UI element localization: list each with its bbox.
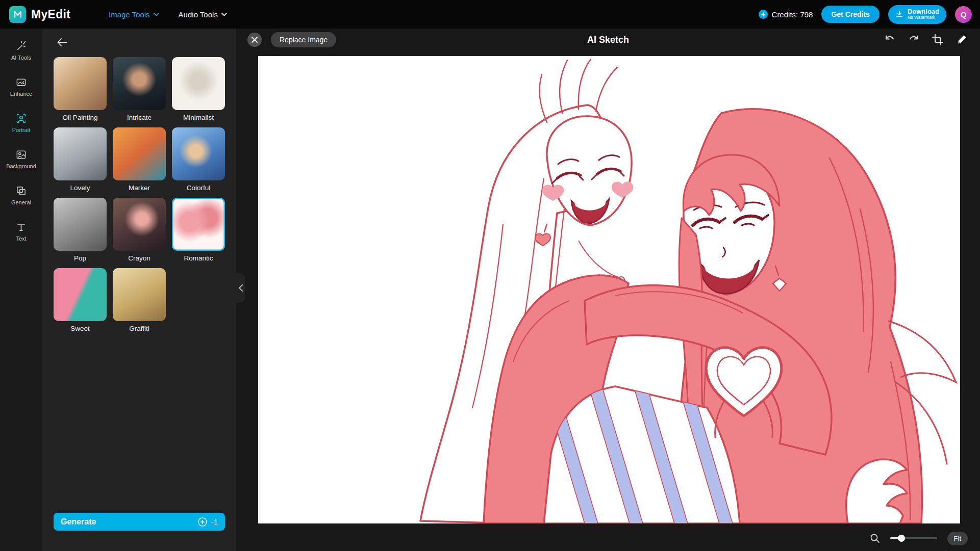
sketch-pen-icon <box>956 34 968 46</box>
style-thumbnail <box>113 268 166 321</box>
myedit-logo-icon[interactable] <box>9 6 26 23</box>
brand: MyEdit <box>9 6 70 23</box>
canvas-toolbar <box>883 33 969 47</box>
rail-item-general[interactable]: General <box>0 177 42 214</box>
style-thumbnail <box>172 198 225 251</box>
style-colorful[interactable]: Colorful <box>172 127 225 192</box>
back-arrow-icon <box>57 38 67 46</box>
ai-sketch-illustration <box>258 56 960 523</box>
style-label: Sweet <box>54 325 107 332</box>
style-thumbnail <box>172 127 225 180</box>
crop-icon <box>932 34 944 46</box>
wand-icon <box>16 41 27 51</box>
style-crayon[interactable]: Crayon <box>113 198 166 262</box>
style-panel: Oil Painting Intricate Minimalist Lovely… <box>42 29 236 551</box>
style-thumbnail <box>54 127 107 180</box>
text-icon <box>16 222 27 232</box>
style-label: Intricate <box>113 114 166 121</box>
style-label: Minimalist <box>172 114 225 121</box>
general-icon <box>16 186 27 196</box>
rail-item-background[interactable]: Background <box>0 141 42 177</box>
style-graffiti[interactable]: Graffiti <box>113 268 166 332</box>
style-thumbnail <box>54 268 107 321</box>
back-button[interactable] <box>55 35 70 50</box>
rail-label: Background <box>6 163 36 169</box>
portrait-icon <box>16 113 27 124</box>
generate-cost: -1 <box>211 517 218 526</box>
redo-icon <box>908 34 920 46</box>
fit-button[interactable]: Fit <box>947 532 968 545</box>
style-thumbnail <box>172 57 225 110</box>
style-thumbnail <box>54 57 107 110</box>
get-credits-button[interactable]: Get Credits <box>821 6 879 23</box>
style-label: Pop <box>54 254 107 262</box>
style-thumbnail <box>113 198 166 251</box>
nav-audio-tools-label: Audio Tools <box>179 10 218 19</box>
style-thumbnail <box>113 57 166 110</box>
style-sweet[interactable]: Sweet <box>54 268 107 332</box>
nav-image-tools[interactable]: Image Tools <box>109 10 159 19</box>
header-right: Credits: 798 Get Credits Download No Wat… <box>759 0 972 29</box>
style-marker[interactable]: Marker <box>113 127 166 192</box>
undo-button[interactable] <box>883 33 897 47</box>
style-oil-painting[interactable]: Oil Painting <box>54 57 107 121</box>
style-pop[interactable]: Pop <box>54 198 107 262</box>
download-button[interactable]: Download No Watermark <box>888 5 946 24</box>
rail-label: Portrait <box>12 127 30 133</box>
credits-icon <box>759 10 768 19</box>
chevron-down-icon <box>154 13 159 16</box>
style-label: Graffiti <box>113 325 166 332</box>
rail-label: Text <box>16 235 26 242</box>
zoom-bar: Fit <box>870 531 968 546</box>
rail-label: General <box>11 199 31 205</box>
credits[interactable]: Credits: 798 <box>759 10 813 19</box>
download-icon <box>895 10 903 18</box>
close-icon <box>252 37 258 43</box>
enhance-icon <box>16 77 27 88</box>
style-label: Lovely <box>54 184 107 192</box>
style-label: Romantic <box>172 254 225 262</box>
redo-button[interactable] <box>907 33 921 47</box>
rail-item-portrait[interactable]: Portrait <box>0 105 42 141</box>
nav-image-tools-label: Image Tools <box>109 10 150 19</box>
brand-name[interactable]: MyEdit <box>31 8 70 21</box>
avatar[interactable]: Q <box>955 6 972 23</box>
download-label: Download <box>908 8 939 15</box>
close-button[interactable] <box>247 33 262 47</box>
rail-item-text[interactable]: Text <box>0 214 42 250</box>
rail-label: Enhance <box>10 91 32 97</box>
edited-image[interactable] <box>258 56 960 523</box>
chevron-left-icon <box>239 284 243 292</box>
generate-button[interactable]: Generate -1 <box>54 513 225 531</box>
undo-icon <box>884 34 896 46</box>
style-label: Marker <box>113 184 166 192</box>
style-romantic[interactable]: Romantic <box>172 198 225 262</box>
style-lovely[interactable]: Lovely <box>54 127 107 192</box>
style-thumbnail <box>113 127 166 180</box>
panel-collapse-handle[interactable] <box>236 273 245 303</box>
style-intricate[interactable]: Intricate <box>113 57 166 121</box>
crop-button[interactable] <box>931 33 945 47</box>
style-label: Colorful <box>172 184 225 192</box>
style-grid: Oil Painting Intricate Minimalist Lovely… <box>54 57 225 332</box>
replace-image-button[interactable]: Replace Image <box>271 32 336 47</box>
top-bar: MyEdit Image Tools Audio Tools Credits: … <box>0 0 980 29</box>
tool-rail: AI Tools Enhance Portrait Background Gen… <box>0 29 42 551</box>
style-thumbnail <box>54 198 107 251</box>
style-label: Crayon <box>113 254 166 262</box>
nav-audio-tools[interactable]: Audio Tools <box>179 10 227 19</box>
rail-item-enhance[interactable]: Enhance <box>0 69 42 105</box>
sparkle-icon <box>198 517 207 527</box>
style-label: Oil Painting <box>54 114 107 121</box>
rail-item-ai-tools[interactable]: AI Tools <box>0 33 42 69</box>
background-icon <box>16 149 27 160</box>
zoom-slider[interactable] <box>890 535 937 542</box>
download-text: Download No Watermark <box>908 8 939 20</box>
style-minimalist[interactable]: Minimalist <box>172 57 225 121</box>
sketch-tool-button[interactable] <box>954 33 969 47</box>
credits-label: Credits: 798 <box>772 10 813 19</box>
chevron-down-icon <box>221 13 227 16</box>
main-nav: Image Tools Audio Tools <box>109 0 227 29</box>
zoom-knob[interactable] <box>898 535 905 542</box>
zoom-search-icon[interactable] <box>870 533 880 543</box>
